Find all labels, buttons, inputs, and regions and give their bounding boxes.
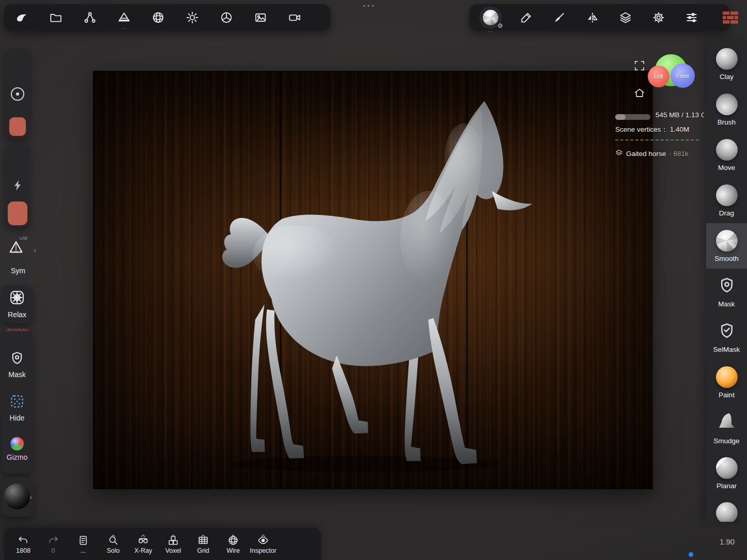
radius-indicator [11, 87, 24, 101]
tool-smudge[interactable]: Smudge [706, 405, 747, 450]
nomad-logo-icon[interactable] [13, 9, 31, 26]
tool-label: Planar [716, 482, 737, 490]
layers-list-button[interactable]: ... [68, 532, 98, 554]
hide-label: Hide [10, 414, 25, 422]
nav-left-sphere[interactable]: Left [648, 66, 669, 87]
home-view-icon[interactable] [631, 84, 648, 102]
sculpt-viewport[interactable] [93, 71, 653, 489]
left-tool-group: Smooth Mask Hide Gizmo [1, 329, 33, 473]
background-image-icon[interactable] [252, 9, 269, 26]
bottom-toolbar: 1808 0 ... Solo X-Ray Voxel Grid [4, 528, 321, 560]
camera-icon[interactable] [286, 9, 303, 26]
tool-mask[interactable]: Mask [706, 269, 747, 314]
info-separator [615, 139, 699, 141]
files-icon[interactable] [47, 9, 65, 26]
active-tool-more-dots: ... [487, 28, 493, 33]
tool-panel: Clay Brush Move Drag Smooth Mask [706, 41, 747, 522]
submenu-caret-icon [261, 530, 266, 539]
horse-model[interactable] [215, 84, 540, 476]
wire-button[interactable]: Wire [218, 532, 248, 554]
settings-gear-icon[interactable] [650, 9, 667, 26]
scene-vertices-label: Scene vertices： [615, 126, 668, 133]
gizmo-sphere-icon [10, 437, 24, 450]
tool-label: Smooth [714, 255, 739, 262]
mask-shield-icon [9, 350, 25, 368]
nav-front-sphere[interactable]: Front [670, 64, 695, 88]
radius-slider-fill [9, 117, 26, 136]
tool-settings-gear-icon: ⚙ [497, 22, 503, 29]
tool-move[interactable]: Move [706, 132, 747, 178]
object-name: Gaited horse [626, 150, 666, 158]
gizmo-label: Gizmo [7, 453, 27, 461]
mask-button[interactable]: Mask [1, 350, 33, 379]
material-preview-button[interactable]: › [1, 477, 33, 517]
undo-button[interactable]: 1808 [8, 532, 38, 554]
sym-label: Sym [3, 267, 33, 275]
ghost-smooth-label: Smooth [1, 329, 33, 333]
object-vertex-count: · 681k [669, 150, 689, 158]
intensity-slider-fill [8, 201, 27, 225]
submenu-caret-icon [171, 530, 176, 539]
redo-count: 0 [52, 548, 55, 554]
scene-vertices-text: Scene vertices： 1.40M [615, 125, 689, 134]
tool-selmask[interactable]: SelMask [706, 314, 747, 360]
tool-planar[interactable]: Planar [706, 450, 747, 496]
nav-front-label: Front [676, 73, 689, 79]
lighting-sun-icon[interactable] [184, 9, 201, 26]
sym-chevron-icon: › [34, 246, 36, 254]
object-row[interactable]: Gaited horse · 681k [615, 149, 689, 159]
material-sphere-icon[interactable] [218, 9, 235, 26]
tool-label: Move [718, 164, 735, 172]
relax-label: Relax [8, 310, 26, 319]
window-drag-handle[interactable]: ••• [363, 2, 376, 10]
wire-label: Wire [226, 548, 240, 554]
tool-clay[interactable]: Clay [706, 41, 747, 87]
interface-sliders-icon[interactable] [683, 9, 700, 26]
stroke-pencil-icon[interactable] [517, 9, 535, 26]
xray-button[interactable]: X-Ray [128, 532, 158, 554]
brush-intensity-slider[interactable] [5, 144, 30, 227]
intensity-bolt-icon [13, 180, 22, 193]
material-sphere-preview [4, 484, 30, 509]
submenu-caret-icon [201, 530, 206, 539]
tool-paint[interactable]: Paint [706, 360, 747, 405]
gizmo-button[interactable]: Gizmo [1, 437, 33, 461]
multires-sphere-icon[interactable] [149, 9, 167, 26]
history-bricks-icon[interactable] [722, 9, 739, 27]
grid-button[interactable]: Grid [188, 532, 218, 554]
tool-partial[interactable] [706, 496, 747, 522]
zoom-value: 1.90 [720, 537, 735, 546]
tool-drag[interactable]: Drag [706, 178, 747, 223]
orientation-gizmo[interactable]: Left Front [649, 54, 694, 98]
brush-radius-slider[interactable] [5, 49, 30, 138]
fullscreen-icon[interactable] [631, 57, 648, 74]
move-sphere-icon [716, 139, 738, 161]
brush-sphere-icon [716, 94, 738, 115]
tool-smooth[interactable]: Smooth [706, 223, 747, 269]
layers-icon[interactable] [617, 9, 634, 26]
sym-prism-icon [7, 239, 25, 257]
solo-button[interactable]: Solo [98, 532, 128, 554]
tool-brush[interactable]: Brush [706, 87, 747, 132]
memory-progress-fill [615, 114, 626, 120]
memory-progressbar [615, 114, 650, 120]
redo-button[interactable]: 0 [38, 532, 68, 554]
active-tool-preview-button[interactable]: ⚙ ... [479, 6, 502, 29]
falloff-brush-icon[interactable] [551, 9, 568, 26]
topology-icon[interactable]: ... [115, 9, 133, 26]
scene-graph-icon[interactable] [81, 9, 99, 26]
relax-button[interactable]: Relax [1, 285, 33, 323]
tool-label: Smudge [713, 437, 739, 445]
partial-sphere-icon [716, 502, 738, 522]
inspector-label: Inspector [250, 548, 276, 554]
hide-button[interactable]: Hide [1, 394, 33, 422]
smudge-bell-icon [716, 411, 737, 434]
symmetry-mirror-icon[interactable] [584, 9, 601, 26]
symmetry-button[interactable]: UW › Sym [3, 232, 33, 275]
pencil-indicator-dot [689, 552, 693, 557]
voxel-button[interactable]: Voxel [158, 532, 188, 554]
grid-label: Grid [197, 548, 209, 554]
hide-dotted-square-icon [9, 394, 25, 411]
xray-label: X-Ray [134, 548, 153, 554]
inspector-button[interactable]: Inspector [248, 532, 278, 554]
